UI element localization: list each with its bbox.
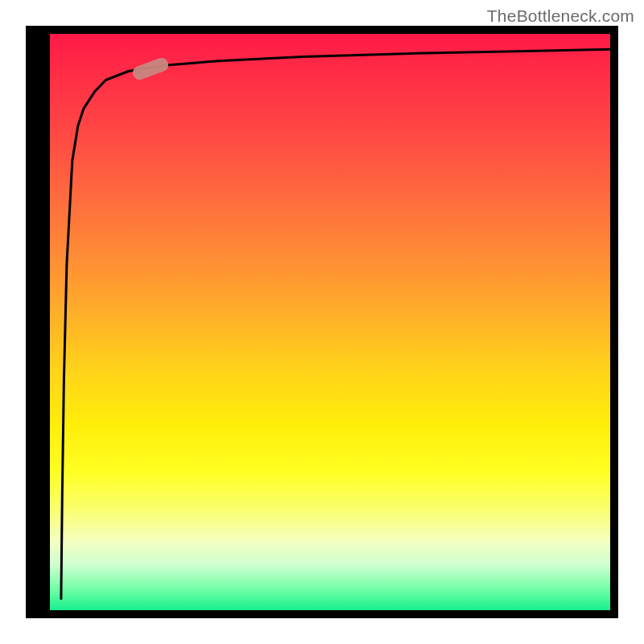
plot-area [50,34,610,610]
curve-line [50,34,610,610]
stage: TheBottleneck.com [0,0,644,644]
chart-frame [26,26,618,618]
watermark-text: TheBottleneck.com [487,6,634,26]
